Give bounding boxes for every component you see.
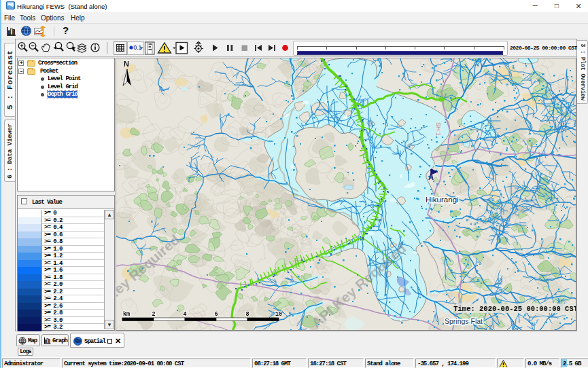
svg-text:6: 6 <box>214 311 218 318</box>
svg-text:Time: 2020-08-25 00:00:00 CST: Time: 2020-08-25 00:00:00 CST <box>453 305 576 313</box>
svg-text:N: N <box>124 60 129 68</box>
svg-text:Springs Flat: Springs Flat <box>445 317 483 325</box>
svg-text:2: 2 <box>152 311 155 318</box>
svg-text:10: 10 <box>275 311 282 318</box>
svg-text:4: 4 <box>183 311 186 318</box>
svg-text:Hikurangi: Hikurangi <box>426 196 459 204</box>
svg-text:8: 8 <box>245 311 249 318</box>
svg-text:km: km <box>123 311 130 318</box>
svg-text:SH 1: SH 1 <box>435 122 442 136</box>
